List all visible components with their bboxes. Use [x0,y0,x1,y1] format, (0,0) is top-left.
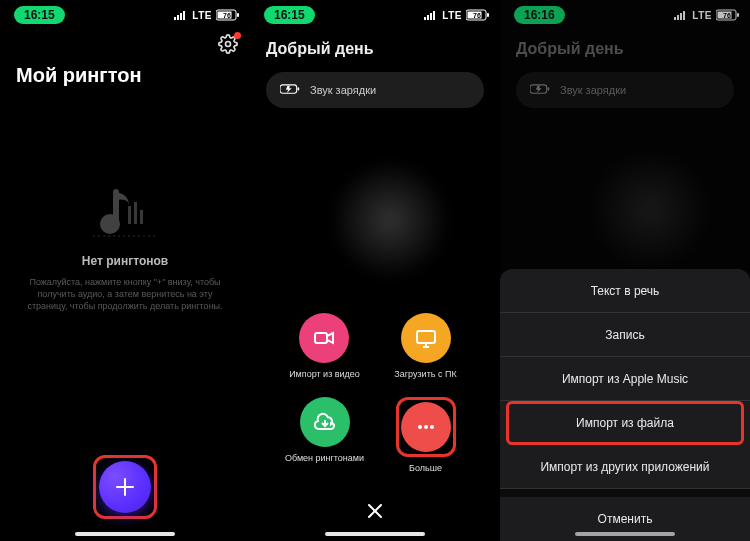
sheet-item-apple-music[interactable]: Импорт из Apple Music [500,357,750,401]
empty-body: Пожалуйста, нажмите кнопку "+" внизу, чт… [20,276,230,312]
sheet-item-import-file[interactable]: Импорт из файла [506,401,744,445]
svg-rect-25 [298,87,300,90]
screen-import-menu: 16:15 LTE 76 Добрый день Звук зарядки Им… [250,0,500,541]
network-label: LTE [192,10,212,21]
action-sheet: Текст в речь Запись Импорт из Apple Musi… [500,269,750,541]
action-more[interactable]: Больше [396,397,456,473]
status-right: LTE 76 [174,9,240,21]
network-label: LTE [442,10,462,21]
svg-rect-19 [433,11,435,20]
sheet-item-other-apps[interactable]: Импорт из других приложений [500,445,750,489]
cloud-download-icon [313,410,337,434]
highlight-box [396,397,456,457]
status-time: 16:15 [14,6,65,24]
status-right: LTE 76 [424,9,490,21]
svg-rect-27 [417,331,435,343]
action-label: Импорт из видео [289,369,360,379]
plus-icon [114,476,136,498]
monitor-icon [414,326,438,350]
screen-my-ringtone: 16:15 LTE 76 Мой рингтон [0,0,250,541]
svg-rect-17 [427,15,429,20]
svg-rect-6 [237,13,239,17]
svg-rect-0 [174,17,176,20]
close-button[interactable] [250,501,500,521]
svg-point-32 [430,425,434,429]
empty-state: Нет рингтонов Пожалуйста, нажмите кнопку… [0,180,250,312]
battery-icon: 76 [466,9,490,21]
status-time: 16:15 [264,6,315,24]
sheet-separator [500,489,750,497]
svg-point-30 [418,425,422,429]
screen-more-sheet: 16:16 LTE 76 Добрый день Звук зарядки Те… [500,0,750,541]
svg-rect-2 [180,13,182,20]
svg-point-31 [424,425,428,429]
signal-icon [174,10,188,20]
highlight-box [93,455,157,519]
svg-point-10 [100,214,120,234]
svg-text:76: 76 [473,12,481,19]
battery-icon: 76 [216,9,240,21]
greeting-title: Добрый день [250,30,500,68]
sheet-item-tts[interactable]: Текст в речь [500,269,750,313]
action-grid: Импорт из видео Загрузить с ПК Обмен рин… [250,313,500,473]
status-bar: 16:15 LTE 76 [0,0,250,30]
sheet-item-record[interactable]: Запись [500,313,750,357]
svg-rect-11 [128,206,131,224]
more-dots-icon [414,415,438,439]
header-actions [0,30,250,54]
background-blob [330,160,450,280]
svg-rect-13 [140,210,143,224]
svg-rect-1 [177,15,179,20]
svg-rect-3 [183,11,185,20]
home-indicator[interactable] [325,532,425,536]
chip-label: Звук зарядки [310,84,376,96]
action-download-pc[interactable]: Загрузить с ПК [394,313,456,379]
add-button[interactable] [99,461,151,513]
svg-point-8 [226,42,231,47]
svg-rect-26 [315,333,327,343]
home-indicator[interactable] [575,532,675,536]
svg-rect-12 [134,202,137,224]
battery-charge-icon [280,83,300,97]
svg-rect-18 [430,13,432,20]
charging-sound-chip[interactable]: Звук зарядки [266,72,484,108]
add-button-container [0,455,250,519]
empty-title: Нет рингтонов [20,254,230,268]
music-note-icon [20,180,230,244]
action-label: Загрузить с ПК [394,369,456,379]
action-label: Обмен рингтонами [285,453,364,463]
home-indicator[interactable] [75,532,175,536]
notification-dot [234,32,241,39]
action-import-video[interactable]: Импорт из видео [289,313,360,379]
svg-text:76: 76 [223,12,231,19]
svg-rect-22 [487,13,489,17]
page-title: Мой рингтон [0,54,250,91]
signal-icon [424,10,438,20]
svg-rect-16 [424,17,426,20]
video-icon [312,326,336,350]
close-icon [365,501,385,521]
action-share-ringtones[interactable]: Обмен рингтонами [285,397,364,473]
settings-button[interactable] [218,34,238,54]
action-label: Больше [396,463,456,473]
status-bar: 16:15 LTE 76 [250,0,500,30]
